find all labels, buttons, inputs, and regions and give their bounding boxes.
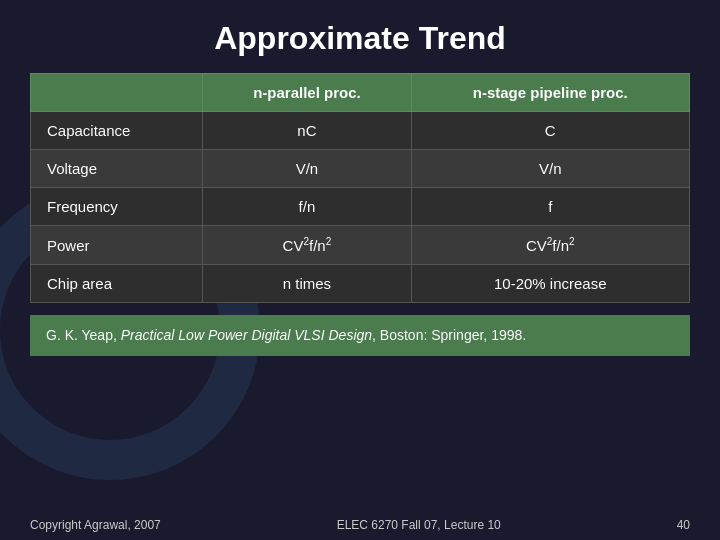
citation-box: G. K. Yeap, Practical Low Power Digital … [30,315,690,356]
footer-copyright: Copyright Agrawal, 2007 [30,518,161,532]
citation-title: Practical Low Power Digital VLSI Design [121,327,372,343]
row-col1: CV2f/n2 [203,226,411,265]
citation-author: G. K. Yeap, [46,327,117,343]
footer-course: ELEC 6270 Fall 07, Lecture 10 [337,518,501,532]
row-col2: C [411,112,690,150]
page-title: Approximate Trend [30,20,690,57]
col-header-label [31,74,203,112]
col-header-pipeline: n-stage pipeline proc. [411,74,690,112]
row-col2: CV2f/n2 [411,226,690,265]
col-header-parallel: n-parallel proc. [203,74,411,112]
row-col2: f [411,188,690,226]
row-col2: V/n [411,150,690,188]
row-col2: 10-20% increase [411,265,690,303]
table-row: CapacitancenCC [31,112,690,150]
row-label: Voltage [31,150,203,188]
row-col1: f/n [203,188,411,226]
row-col1: nC [203,112,411,150]
table-header-row: n-parallel proc. n-stage pipeline proc. [31,74,690,112]
row-label: Power [31,226,203,265]
row-col1: n times [203,265,411,303]
table-row: Chip arean times10-20% increase [31,265,690,303]
footer: Copyright Agrawal, 2007 ELEC 6270 Fall 0… [0,518,720,532]
main-container: Approximate Trend n-parallel proc. n-sta… [0,0,720,366]
row-label: Frequency [31,188,203,226]
footer-page: 40 [677,518,690,532]
table-row: PowerCV2f/n2CV2f/n2 [31,226,690,265]
table-row: Frequencyf/nf [31,188,690,226]
citation-rest: , Boston: Springer, 1998. [372,327,526,343]
row-label: Chip area [31,265,203,303]
row-label: Capacitance [31,112,203,150]
row-col1: V/n [203,150,411,188]
table-row: VoltageV/nV/n [31,150,690,188]
comparison-table: n-parallel proc. n-stage pipeline proc. … [30,73,690,303]
